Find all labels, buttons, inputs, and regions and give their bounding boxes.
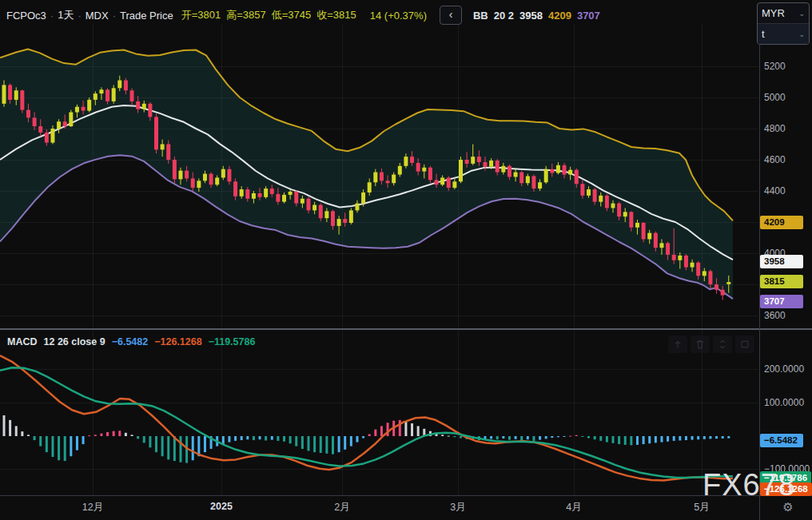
candle-body [599,196,603,202]
candle-body [726,282,730,284]
candle-body [50,129,54,143]
candle-body [452,181,456,188]
bb-lower-value: 3707 [577,10,600,22]
price-tick-4600: 4600 [764,154,786,165]
histogram-bar [70,436,72,456]
histogram-bar [643,436,645,444]
histogram-bar [417,426,420,436]
histogram-bar [94,435,97,436]
ohlc-item: 低=3745 [272,9,312,21]
candle-body [392,175,396,184]
interval-label[interactable]: 1天 [58,8,74,22]
histogram-bar [149,436,151,447]
price-badge-4209: 4209 [760,216,803,229]
symbol-name[interactable]: FCPOc3 [6,10,46,22]
candle-body [307,199,311,211]
macd-histogram [3,415,730,463]
histogram-bar [490,436,492,439]
separator-dot: · [50,10,54,22]
histogram-bar [630,436,632,445]
candle-body [593,189,597,202]
candle-body [410,157,414,163]
back-button[interactable]: ‹ [440,6,462,25]
histogram-bar [411,423,413,436]
candle-body [258,193,262,197]
maximize-icon [739,339,750,350]
bb-upper-value: 4209 [548,10,571,22]
candle-body [428,168,432,181]
candle-body [57,121,61,129]
separator-dot: · [78,10,81,22]
macd-badge: −6.5482 [760,434,803,447]
histogram-bar [527,436,529,439]
candle-body [161,145,165,150]
candle-body [2,85,6,103]
candle-body [714,284,718,290]
candle-body [659,243,663,248]
candle-body [252,193,256,199]
histogram-bar [76,436,78,451]
candle-body [398,166,402,175]
candle-body [337,219,341,226]
collapse-pane-button[interactable] [713,335,732,353]
histogram-bar [155,436,157,452]
candle-body [550,169,554,173]
histogram-bar [715,436,718,439]
histogram-bar [283,436,285,442]
macd-indicator-legend[interactable]: MACD 12 26 close 9 −6.5482 −126.1268 −11… [7,336,255,347]
candle-body [563,165,567,175]
candle-body [435,180,439,185]
move-pane-up-button[interactable] [668,335,687,353]
currency-dropdown[interactable]: MYR ⌄ [758,3,809,23]
histogram-bar [58,436,60,460]
candle-body [69,113,73,127]
candle-body [489,161,493,167]
currency-value: MYR [762,7,785,19]
histogram-bar [606,436,608,443]
candle-body [270,189,274,194]
delete-pane-button[interactable] [691,335,710,353]
candle-body [623,212,627,216]
candle-body [148,104,152,117]
candle-body [124,81,128,91]
pane-separator[interactable] [0,328,812,330]
bb-basis-value: 3958 [519,10,543,22]
histogram-bar [34,436,36,440]
histogram-bar [179,436,181,462]
unit-dropdown[interactable]: t ⌄ [758,23,809,44]
candle-body [575,170,579,185]
candle-body [556,165,560,173]
candle-body [605,196,609,208]
candle-body [87,100,91,111]
candle-body [471,157,475,164]
bb-indicator-legend[interactable]: BB 20 2 3958 4209 3707 [473,10,600,22]
candle-body [355,204,359,211]
candle-body [324,211,328,218]
maximize-pane-button[interactable] [735,335,754,353]
chart-canvas[interactable] [0,0,812,520]
candle-body [629,212,633,228]
histogram-bar [508,436,511,440]
histogram-bar [51,436,54,457]
symbol-legend[interactable]: FCPOc3 · 1天 · MDX · Trade Price 开=3801高=… [6,6,600,25]
histogram-bar [271,436,273,440]
candle-body [368,182,372,193]
histogram-bar [618,436,620,444]
candle-body [203,174,207,181]
candle-body [319,205,323,219]
histogram-bar [673,436,675,441]
histogram-bar [581,436,583,437]
candle-body [691,263,695,268]
ohlc-item: 收=3815 [316,9,356,21]
time-label-12月: 12月 [82,501,103,514]
histogram-bar [88,435,90,436]
histogram-bar [599,436,602,441]
candle-body [587,189,591,196]
histogram-bar [313,436,316,452]
histogram-bar [399,420,401,436]
candle-body [459,160,463,181]
bb-params: 20 2 [494,10,514,22]
price-tick-4400: 4400 [764,185,786,196]
histogram-bar [460,436,462,439]
histogram-bar [143,436,145,443]
